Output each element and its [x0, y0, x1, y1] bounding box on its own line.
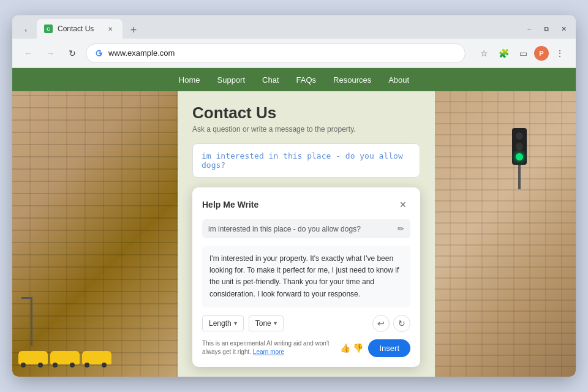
google-icon [94, 48, 104, 58]
feedback-icons: 👍 👎 [340, 343, 363, 353]
tab-arrow-left[interactable]: ‹ [17, 21, 34, 39]
undo-button[interactable]: ↩ [372, 315, 390, 332]
page-content: Home Support Chat FAQs Resources About [12, 68, 576, 377]
forward-button[interactable]: → [42, 45, 59, 62]
tab-title: Contact Us [58, 24, 94, 33]
refresh-button[interactable]: ↻ [64, 45, 81, 62]
help-write-title: Help Me Write [202, 200, 258, 209]
insert-button[interactable]: Insert [368, 339, 410, 357]
tone-dropdown[interactable]: Tone ▾ [249, 315, 284, 331]
generated-text: I'm interested in your property. It's ex… [202, 246, 410, 307]
active-tab[interactable]: C Contact Us ✕ [37, 19, 123, 39]
url-input[interactable]: www.example.com [86, 43, 466, 63]
help-write-close-button[interactable]: ✕ [396, 197, 410, 212]
controls-row: Length ▾ Tone ▾ ↩ ↻ [202, 315, 410, 332]
prompt-row: im interested in this place - do you all… [202, 219, 410, 238]
taxi-area [18, 351, 111, 364]
taxi-2 [50, 351, 80, 364]
tl-yellow [516, 143, 523, 150]
close-window-button[interactable]: ✕ [556, 21, 571, 36]
address-bar: ← → ↻ www.example.com ☆ 🧩 ▭ P ⋮ [12, 39, 576, 68]
back-button[interactable]: ← [20, 45, 37, 62]
taxi-3 [82, 351, 111, 364]
sidebar-icon[interactable]: ▭ [514, 45, 532, 62]
page-body: Contact Us Ask a question or write a mes… [12, 91, 576, 377]
extension-icon[interactable]: 🧩 [495, 45, 512, 62]
menu-icon[interactable]: ⋮ [551, 45, 568, 62]
length-dropdown[interactable]: Length ▾ [202, 315, 244, 331]
tone-label: Tone [255, 319, 271, 328]
nav-resources[interactable]: Resources [333, 75, 371, 85]
taxi-1 [18, 351, 48, 364]
prompt-text: im interested in this place - do you all… [208, 225, 361, 233]
tl-red [516, 132, 523, 140]
tab-favicon: C [44, 24, 53, 33]
nav-chat[interactable]: Chat [262, 75, 279, 85]
nav-faqs[interactable]: FAQs [296, 75, 317, 85]
nav-support[interactable]: Support [217, 75, 246, 85]
minimize-button[interactable]: − [522, 21, 537, 36]
contact-subtitle: Ask a question or write a message to the… [192, 125, 420, 134]
profile-avatar[interactable]: P [534, 46, 549, 61]
learn-more-link[interactable]: Learn more [253, 349, 284, 355]
toolbar-icons: ☆ 🧩 ▭ P ⋮ [475, 45, 568, 62]
contact-title: Contact Us [192, 104, 420, 123]
browser-window: ‹ C Contact Us ✕ + − ⧉ ✕ ← → ↻ www.examp… [12, 15, 576, 377]
left-background [12, 91, 178, 377]
nav-about[interactable]: About [388, 75, 409, 85]
traffic-light [512, 128, 527, 165]
contact-panel: Contact Us Ask a question or write a mes… [178, 91, 435, 377]
nav-home[interactable]: Home [179, 75, 200, 85]
edit-icon[interactable]: ✏ [398, 224, 404, 233]
new-tab-button[interactable]: + [125, 21, 142, 39]
maximize-button[interactable]: ⧉ [539, 21, 554, 36]
tab-bar: ‹ C Contact Us ✕ + − ⧉ ✕ [12, 15, 576, 39]
help-write-panel: Help Me Write ✕ im interested in this pl… [192, 187, 420, 367]
length-label: Length [209, 319, 232, 328]
footer-row: This is an experimental AI writing aid a… [202, 339, 410, 357]
right-background [435, 91, 576, 377]
help-write-header: Help Me Write ✕ [202, 197, 410, 212]
streetlight-left [31, 297, 32, 346]
tone-arrow-icon: ▾ [274, 320, 277, 326]
thumbup-icon[interactable]: 👍 [340, 343, 350, 353]
window-controls: − ⧉ ✕ [522, 21, 571, 39]
tab-close-button[interactable]: ✕ [105, 24, 115, 34]
tl-green [516, 153, 523, 160]
length-arrow-icon: ▾ [234, 320, 237, 326]
thumbdown-icon[interactable]: 👎 [353, 343, 363, 353]
action-icons: ↩ ↻ [372, 315, 410, 332]
url-text: www.example.com [108, 48, 458, 58]
tl-pole [518, 165, 521, 189]
disclaimer-text: This is an experimental AI writing aid a… [202, 339, 335, 356]
main-content-area: Contact Us Ask a question or write a mes… [178, 91, 435, 377]
bookmark-icon[interactable]: ☆ [475, 45, 492, 62]
contact-input[interactable] [192, 143, 420, 178]
refresh-button[interactable]: ↻ [393, 315, 410, 332]
site-nav: Home Support Chat FAQs Resources About [12, 68, 576, 91]
